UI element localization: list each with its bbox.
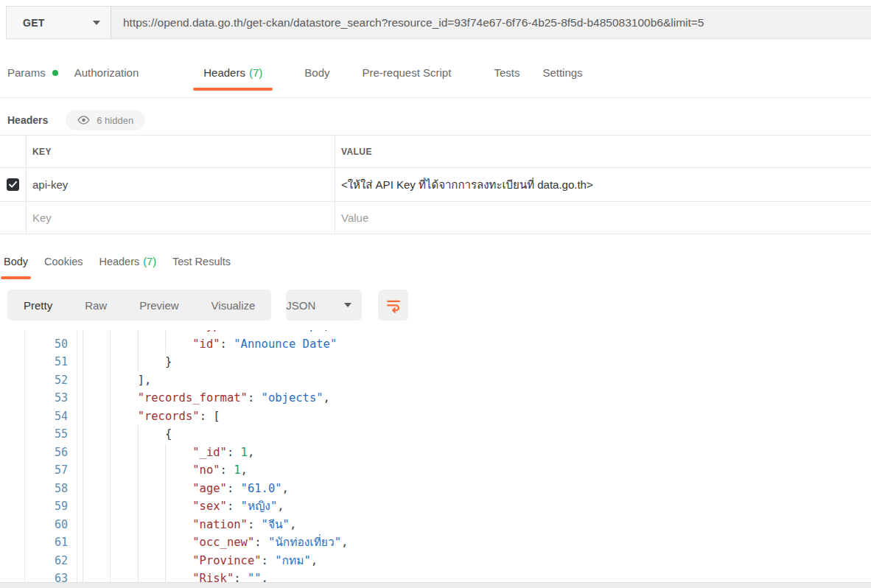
hidden-headers-label: 6 hidden <box>97 115 133 126</box>
tab-headers[interactable]: Headers(7) <box>203 66 262 90</box>
indent-guide <box>83 480 110 498</box>
json-token-str: "timestamp" <box>248 330 323 332</box>
indent-guide <box>165 533 192 552</box>
indent-guide <box>138 533 165 552</box>
line-content: "records_format": "objects", <box>83 389 330 407</box>
indent-guide <box>83 444 110 462</box>
indent-guide <box>165 335 192 354</box>
table-header-row: KEY VALUE <box>0 135 871 167</box>
tab-body[interactable]: Body <box>4 254 28 279</box>
line-content: "Province": "กทม", <box>83 552 318 570</box>
line-number: 52 <box>0 371 68 390</box>
indent-guide <box>110 516 137 534</box>
json-token-punc: } <box>165 355 172 368</box>
header-key-field[interactable]: api-key <box>27 168 335 201</box>
hidden-headers-toggle[interactable]: 6 hidden <box>66 110 145 130</box>
tab-authorization[interactable]: Authorization <box>74 66 139 90</box>
json-token-punc: : <box>234 330 248 332</box>
method-select[interactable]: GET <box>7 7 111 38</box>
indent-guide <box>138 353 165 371</box>
indent-guide <box>83 497 110 516</box>
column-header-value: VALUE <box>341 147 372 157</box>
line-content: "_id": 1, <box>83 444 254 462</box>
json-token-punc: : <box>227 446 241 459</box>
indent-guide <box>138 335 165 354</box>
code-line: 60"nation": "จีน", <box>0 516 871 534</box>
tab-label: Params <box>7 66 46 79</box>
request-tabs: ParamsAuthorizationHeaders(7)BodyPre-req… <box>0 66 871 98</box>
indent-guide <box>165 444 192 462</box>
line-number: 60 <box>0 516 68 534</box>
tab-cookies[interactable]: Cookies <box>44 254 83 279</box>
view-visualize[interactable]: Visualize <box>211 299 256 312</box>
json-token-key: "sex" <box>192 500 227 513</box>
tab-headers[interactable]: Headers(7) <box>99 254 156 279</box>
line-content: "records": [ <box>83 407 220 426</box>
line-content: } <box>83 353 172 371</box>
request-bar: GET https://opend.data.go.th/get-ckan/da… <box>6 6 871 39</box>
code-line: 52], <box>0 371 871 390</box>
json-token-key: "age" <box>192 482 227 495</box>
indent-guide <box>83 570 110 582</box>
json-token-key: "id" <box>192 337 220 351</box>
view-preview[interactable]: Preview <box>139 299 178 312</box>
params-active-dot <box>52 70 58 76</box>
line-content: ], <box>83 371 151 390</box>
json-token-punc: : <box>248 391 262 405</box>
new-header-value-field[interactable]: Value <box>335 202 871 234</box>
line-content: "no": 1, <box>83 461 248 480</box>
url-input[interactable]: https://opend.data.go.th/get-ckan/datast… <box>111 7 871 38</box>
indent-guide <box>83 533 110 552</box>
code-line: 59"sex": "หญิง", <box>0 497 871 516</box>
indent-guide <box>138 516 165 534</box>
format-select[interactable]: JSON <box>286 290 362 321</box>
json-token-str: "objects" <box>262 391 323 405</box>
line-content: "nation": "จีน", <box>83 516 296 534</box>
indent-guide <box>165 552 192 570</box>
code-line: 54"records": [ <box>0 407 871 426</box>
table-placeholder-row: Key Value <box>0 201 871 234</box>
json-token-key: "type" <box>192 330 234 332</box>
json-token-str: "กทม" <box>275 554 310 567</box>
view-raw[interactable]: Raw <box>85 299 107 312</box>
tab-pre-request-script[interactable]: Pre-request Script <box>363 66 452 90</box>
new-header-key-field[interactable]: Key <box>27 202 335 234</box>
horizontal-scrollbar[interactable] <box>0 582 871 588</box>
indent-guide <box>83 353 110 371</box>
json-token-punc: , <box>241 463 248 477</box>
json-token-str: "หญิง" <box>241 500 278 513</box>
indent-guide <box>110 389 137 407</box>
format-label: JSON <box>286 299 315 312</box>
tab-params[interactable]: Params <box>7 66 58 90</box>
tab-label: Tests <box>494 66 520 79</box>
tab-test-results[interactable]: Test Results <box>172 254 231 279</box>
tab-tests[interactable]: Tests <box>494 66 520 90</box>
indent-guide <box>165 516 192 534</box>
code-line: 56"_id": 1, <box>0 444 871 462</box>
tab-label: Authorization <box>74 66 139 79</box>
wrap-lines-button[interactable] <box>378 290 408 321</box>
table-row: api-key <ให้ใส่ API Key ที่ได้จากการลงทะ… <box>0 167 871 201</box>
tab-settings[interactable]: Settings <box>542 66 582 90</box>
indent-guide <box>110 425 137 444</box>
indent-guide <box>165 570 192 582</box>
check-icon <box>9 181 17 188</box>
header-value-field[interactable]: <ให้ใส่ API Key ที่ได้จากการลงทะเบียนที่… <box>335 168 871 201</box>
indent-guide <box>110 533 137 552</box>
indent-guide <box>138 497 165 516</box>
line-content: "occ_new": "นักท่องเที่ยว", <box>83 533 348 552</box>
code-line: 55{ <box>0 425 871 444</box>
line-number: 53 <box>0 389 68 407</box>
code-line: 61"occ_new": "นักท่องเที่ยว", <box>0 533 871 552</box>
json-token-punc: { <box>165 427 172 441</box>
tab-body[interactable]: Body <box>304 66 329 90</box>
indent-guide <box>165 497 192 516</box>
header-enabled-checkbox[interactable] <box>7 178 19 191</box>
json-token-punc: : <box>248 518 262 531</box>
indent-guide <box>138 461 165 480</box>
line-number: 55 <box>0 425 68 444</box>
json-response-code: 49"type": "timestamp",50"id": "Announce … <box>0 330 871 582</box>
json-token-punc: , <box>248 446 254 459</box>
view-pretty[interactable]: Pretty <box>24 299 52 312</box>
line-content: "id": "Announce Date" <box>83 335 337 354</box>
